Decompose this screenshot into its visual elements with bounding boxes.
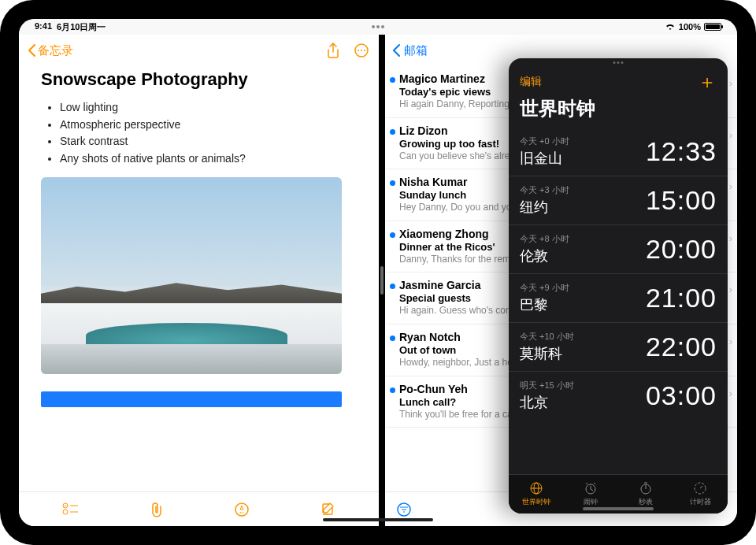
svg-point-6 <box>63 510 68 514</box>
unread-dot <box>390 284 395 289</box>
clock-slideover[interactable]: 编辑 ＋ 世界时钟 今天 +0 小时旧金山12:33今天 +3 小时纽约15:0… <box>509 58 728 513</box>
clock-city: 巴黎 <box>520 295 569 314</box>
clock-offset: 今天 +8 小时 <box>520 233 569 245</box>
clock-city: 北京 <box>520 393 574 412</box>
note-bullet: Stark contrast <box>60 133 357 150</box>
svg-line-21 <box>700 486 702 488</box>
multitask-dots[interactable] <box>372 25 384 28</box>
split-view: 备忘录 Snowscape Photography <box>19 35 737 526</box>
chevron-right-icon: › <box>729 387 732 399</box>
clock-title: 世界时钟 <box>509 95 728 128</box>
slideover-handle[interactable] <box>613 61 624 64</box>
clock-time: 03:00 <box>646 380 717 411</box>
clock-time: 20:00 <box>646 234 717 265</box>
status-date: 6月10日周一 <box>57 21 106 33</box>
tab-world-clock[interactable]: 世界时钟 <box>509 475 564 513</box>
share-icon[interactable] <box>327 43 339 58</box>
svg-point-3 <box>364 50 365 51</box>
unread-dot <box>390 129 395 135</box>
world-clock-row[interactable]: 今天 +8 小时伦敦20:00 <box>509 224 728 273</box>
world-clock-row[interactable]: 明天 +15 小时北京03:00 <box>509 371 728 420</box>
unread-dot <box>390 180 395 186</box>
notes-app: 备忘录 Snowscape Photography <box>19 35 379 526</box>
markup-icon[interactable] <box>234 502 250 517</box>
note-title: Snowscape Photography <box>41 69 357 90</box>
clock-offset: 今天 +0 小时 <box>520 135 569 147</box>
attachment-icon[interactable] <box>150 502 164 517</box>
notes-back-button[interactable]: 备忘录 <box>28 43 73 58</box>
chevron-right-icon: › <box>729 180 732 192</box>
world-clock-row[interactable]: 今天 +0 小时旧金山12:33 <box>509 128 728 176</box>
slideover-home-indicator[interactable] <box>583 507 654 510</box>
clock-time: 21:00 <box>646 283 717 313</box>
split-divider[interactable] <box>379 35 385 526</box>
note-bullet: Low lighting <box>60 99 357 117</box>
checklist-icon[interactable] <box>62 502 80 517</box>
note-bullet: Any shots of native plants or animals? <box>60 150 357 168</box>
unread-dot <box>390 387 395 393</box>
world-clock-row[interactable]: 今天 +3 小时纽约15:00 <box>509 176 728 224</box>
clock-city: 莫斯科 <box>520 344 574 363</box>
world-clock-row[interactable]: 今天 +10 小时莫斯科22:00 <box>509 322 728 371</box>
unread-dot <box>390 77 395 83</box>
screen: 9:41 6月10日周一 100% 备忘录 <box>19 19 737 526</box>
clock-offset: 明天 +15 小时 <box>520 380 574 391</box>
chevron-right-icon: › <box>729 336 732 347</box>
compose-icon[interactable] <box>320 502 335 517</box>
battery-pct: 100% <box>679 22 701 32</box>
note-body: Low lighting Atmospheric perspective Sta… <box>41 99 357 168</box>
clock-offset: 今天 +3 小时 <box>520 184 569 196</box>
wifi-icon <box>665 23 676 31</box>
note-content[interactable]: Snowscape Photography Low lighting Atmos… <box>19 66 379 491</box>
note-second-attachment[interactable] <box>41 391 342 407</box>
ipad-frame: 9:41 6月10日周一 100% 备忘录 <box>0 0 756 545</box>
world-clock-row[interactable]: 今天 +9 小时巴黎21:00 <box>509 273 728 322</box>
clock-city: 旧金山 <box>520 149 569 168</box>
clock-time: 12:33 <box>646 136 717 167</box>
mail-back-label: 邮箱 <box>404 43 428 58</box>
chevron-right-icon: › <box>729 77 732 89</box>
unread-dot <box>390 336 395 341</box>
clock-city: 伦敦 <box>520 247 569 265</box>
home-indicator[interactable] <box>323 518 433 521</box>
tab-timer[interactable]: 计时器 <box>673 475 728 513</box>
note-attached-image[interactable] <box>41 177 342 374</box>
more-icon[interactable] <box>354 43 369 58</box>
clock-offset: 今天 +10 小时 <box>520 331 574 343</box>
svg-point-2 <box>361 50 362 51</box>
clock-city: 纽约 <box>520 198 569 217</box>
clock-add-button[interactable]: ＋ <box>698 72 717 91</box>
battery-icon <box>704 23 721 31</box>
note-bullet: Atmospheric perspective <box>60 117 357 134</box>
world-clock-list[interactable]: 今天 +0 小时旧金山12:33今天 +3 小时纽约15:00今天 +8 小时伦… <box>509 128 728 474</box>
svg-point-1 <box>358 50 359 51</box>
chevron-right-icon: › <box>729 129 732 141</box>
chevron-right-icon: › <box>729 232 732 244</box>
clock-time: 15:00 <box>646 185 717 216</box>
status-bar: 9:41 6月10日周一 100% <box>19 19 737 35</box>
clock-offset: 今天 +9 小时 <box>520 282 569 294</box>
clock-time: 22:00 <box>646 332 717 362</box>
chevron-right-icon: › <box>729 284 732 295</box>
clock-edit-button[interactable]: 编辑 <box>520 75 542 89</box>
filter-icon[interactable] <box>396 502 412 517</box>
notes-navbar: 备忘录 <box>19 35 379 66</box>
unread-dot <box>390 232 395 238</box>
status-time: 9:41 <box>35 21 52 33</box>
notes-back-label: 备忘录 <box>38 43 73 58</box>
